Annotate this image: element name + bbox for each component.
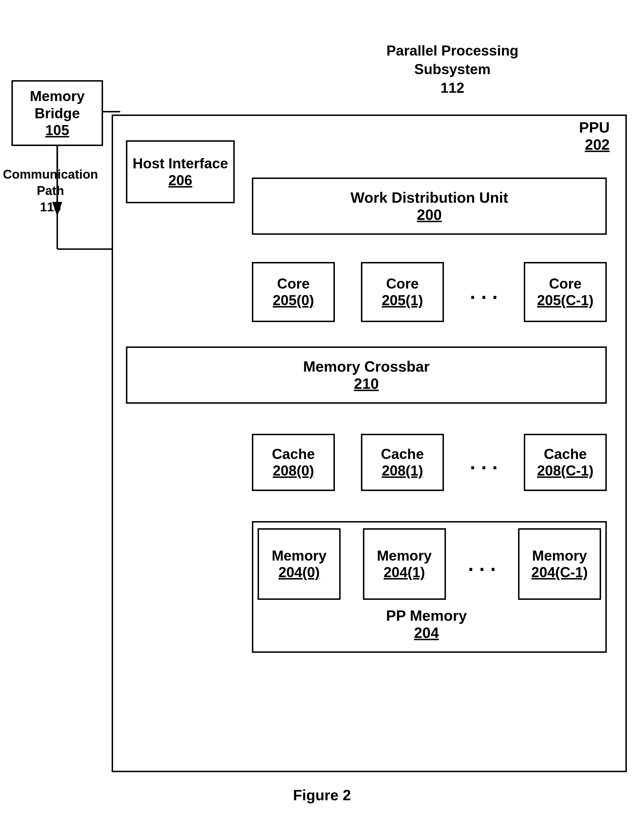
comm-path-subtitle: Path: [37, 184, 64, 198]
crossbar-box: Memory Crossbar 210: [126, 347, 607, 404]
host-interface-number: 206: [168, 172, 192, 189]
core-box-0: Core 205(0): [252, 262, 335, 322]
core-1-title: Core: [386, 275, 419, 292]
cache-c1-title: Cache: [544, 446, 587, 462]
figure-caption: Figure 2: [0, 786, 644, 804]
memory-dots: . . .: [468, 552, 496, 576]
cache-box-c1: Cache 208(C-1): [524, 434, 607, 491]
memory-bridge-title: Memory Bridge: [13, 87, 101, 122]
pps-label: Parallel Processing Subsystem 112: [386, 41, 518, 97]
memory-boxes-row: Memory 204(0) Memory 204(1) . . . Memory…: [258, 527, 601, 601]
memory-box-1: Memory 204(1): [363, 528, 446, 600]
ppu-number: 202: [579, 136, 610, 153]
memory-bridge-number: 105: [45, 122, 69, 138]
memory-0-title: Memory: [271, 548, 327, 564]
host-interface-title: Host Interface: [132, 155, 228, 172]
pps-number: 112: [440, 80, 464, 96]
memory-c1-title: Memory: [532, 548, 587, 564]
core-1-number: 205(1): [382, 292, 423, 308]
pps-subtitle: Subsystem: [414, 61, 491, 77]
memory-0-number: 204(0): [279, 564, 320, 581]
memory-box-c1: Memory 204(C-1): [518, 528, 601, 600]
host-interface-box: Host Interface 206: [126, 140, 235, 203]
core-0-title: Core: [277, 275, 310, 292]
pp-memory-title: PP Memory: [386, 607, 467, 624]
cache-boxes-row: Cache 208(0) Cache 208(1) . . . Cache 20…: [252, 432, 607, 493]
core-c1-number: 205(C-1): [537, 292, 593, 308]
wdu-title: Work Distribution Unit: [351, 189, 508, 206]
ppu-label: PPU: [579, 119, 610, 136]
memory-c1-number: 204(C-1): [531, 564, 587, 581]
cache-0-title: Cache: [272, 446, 315, 462]
comm-path-label: Communication Path 113: [3, 166, 98, 215]
cache-dots: . . .: [470, 451, 498, 474]
wdu-number: 200: [417, 206, 442, 223]
ppu-label-group: PPU 202: [579, 119, 610, 153]
comm-path-title: Communication: [3, 167, 98, 181]
memory-1-number: 204(1): [383, 564, 425, 581]
crossbar-number: 210: [354, 375, 379, 392]
core-c1-title: Core: [549, 275, 582, 292]
comm-path-number: 113: [40, 200, 61, 214]
memory-bridge-box: Memory Bridge 105: [11, 80, 103, 146]
cache-box-0: Cache 208(0): [252, 434, 335, 491]
core-boxes-row: Core 205(0) Core 205(1) . . . Core 205(C…: [252, 261, 607, 324]
pp-memory-label: PP Memory 204: [252, 607, 601, 642]
cache-1-number: 208(1): [382, 462, 423, 479]
cache-1-title: Cache: [381, 446, 424, 462]
core-dots: . . .: [470, 281, 498, 304]
cache-0-number: 208(0): [273, 462, 314, 479]
cache-box-1: Cache 208(1): [361, 434, 444, 491]
memory-1-title: Memory: [377, 548, 432, 564]
figure-caption-text: Figure 2: [293, 787, 351, 803]
cache-c1-number: 208(C-1): [537, 462, 593, 479]
memory-box-0: Memory 204(0): [258, 528, 340, 600]
pps-title: Parallel Processing: [386, 43, 518, 59]
wdu-box: Work Distribution Unit 200: [252, 178, 607, 235]
core-0-number: 205(0): [273, 292, 314, 308]
crossbar-title: Memory Crossbar: [303, 358, 429, 375]
core-box-1: Core 205(1): [361, 262, 444, 322]
pp-memory-number: 204: [414, 624, 439, 642]
core-box-c1: Core 205(C-1): [524, 262, 607, 322]
